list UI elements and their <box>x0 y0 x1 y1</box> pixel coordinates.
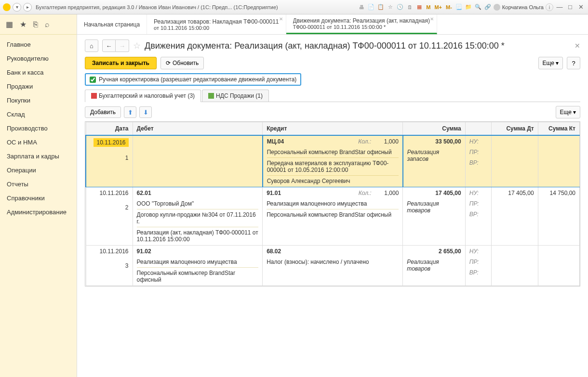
refresh-button[interactable]: ⟳Обновить <box>160 57 204 69</box>
sidebar-item[interactable]: Справочники <box>0 191 77 205</box>
col-sumkt[interactable]: Сумма Кт <box>538 122 579 136</box>
m-minus-button[interactable]: M- <box>445 4 453 10</box>
sidebar: ▦ ★ ⎘ ⌕ ГлавноеРуководителюБанк и кассаП… <box>0 14 77 377</box>
close-window-icon[interactable]: ✕ <box>576 3 585 11</box>
page-title: Движения документа: Реализация (акт, нак… <box>145 41 571 51</box>
search-nav-icon[interactable]: ⌕ <box>45 20 50 29</box>
col-date[interactable]: Дата <box>86 122 133 136</box>
register-tab[interactable]: Бухгалтерский и налоговый учет (3) <box>85 90 201 102</box>
vat-icon <box>208 93 214 99</box>
home-button[interactable]: ⌂ <box>85 39 98 52</box>
m-button[interactable]: M <box>425 4 431 10</box>
search-tb-icon[interactable]: 🔍 <box>474 3 482 11</box>
page-header: ⌂ ← → ☆ Движения документа: Реализация (… <box>85 39 580 52</box>
document-tab[interactable]: Начальная страница <box>77 14 147 34</box>
document-tabs: Начальная страницаРеализация товаров: На… <box>77 14 588 35</box>
move-up-button[interactable]: ⬆ <box>124 106 136 118</box>
manual-edit-checkbox[interactable]: Ручная корректировка (разрешает редактир… <box>85 73 301 86</box>
print-icon[interactable]: 🖶 <box>358 3 365 11</box>
sidebar-tools: ▦ ★ ⎘ ⌕ <box>0 14 77 35</box>
close-tab-icon[interactable]: ✕ <box>279 16 283 22</box>
titlebar: ▾ ▸ Бухгалтерия предприятия, редакция 3.… <box>0 0 588 14</box>
close-tab-icon[interactable]: ✕ <box>430 16 434 22</box>
sidebar-item[interactable]: Покупки <box>0 93 77 107</box>
nav-back-icon[interactable]: ▾ <box>13 3 21 12</box>
move-down-button[interactable]: ⬇ <box>139 106 152 118</box>
nav-forward-icon[interactable]: ▸ <box>23 3 32 12</box>
sidebar-item[interactable]: ОС и НМА <box>0 135 77 149</box>
table-more-button[interactable]: Еще▾ <box>556 106 580 118</box>
document-tab[interactable]: Движения документа: Реализация (акт, нак… <box>286 14 437 34</box>
favorite-icon[interactable]: ☆ <box>387 3 394 11</box>
clipboard-icon[interactable]: 📋 <box>377 3 385 11</box>
refresh-icon: ⟳ <box>166 60 171 66</box>
close-page-icon[interactable]: ✕ <box>575 42 580 50</box>
add-button[interactable]: Добавить <box>85 106 121 118</box>
window-title: Бухгалтерия предприятия, редакция 3.0 / … <box>36 4 278 10</box>
folder-icon[interactable]: 📁 <box>465 3 472 11</box>
more-button[interactable]: Еще▾ <box>538 57 563 69</box>
table-row[interactable]: 10.11.20161МЦ.04Кол.: 1,000Персональный … <box>86 135 580 187</box>
col-debit[interactable]: Дебет <box>133 122 263 136</box>
new-doc-icon[interactable]: 📃 <box>455 3 463 11</box>
table-toolbar: Добавить ⬆ ⬇ Еще▾ <box>85 106 580 118</box>
sidebar-item[interactable]: Производство <box>0 121 77 135</box>
user-icon <box>494 4 500 11</box>
register-tab[interactable]: НДС Продажи (1) <box>202 90 269 102</box>
accounting-icon <box>91 93 97 99</box>
help-button[interactable]: ? <box>567 57 580 69</box>
register-tabs: Бухгалтерский и налоговый учет (3)НДС Пр… <box>85 90 580 102</box>
star-nav-icon[interactable]: ★ <box>20 20 27 29</box>
sidebar-item[interactable]: Главное <box>0 38 77 52</box>
calendar-icon[interactable]: ▦ <box>415 3 423 11</box>
forward-button[interactable]: → <box>116 39 129 52</box>
sidebar-item[interactable]: Отчеты <box>0 177 77 191</box>
sidebar-item[interactable]: Администрирование <box>0 205 77 219</box>
manual-edit-input[interactable] <box>90 77 96 83</box>
m-plus-button[interactable]: M+ <box>433 4 443 10</box>
toolbar: Записать и закрыть ⟳Обновить Еще▾ ? <box>85 57 580 69</box>
back-button[interactable]: ← <box>102 39 116 52</box>
col-sumdt[interactable]: Сумма Дт <box>491 122 538 136</box>
postings-table: Дата Дебет Кредит Сумма Сумма Дт Сумма К… <box>85 121 580 286</box>
calc-icon[interactable]: 🗓 <box>406 3 414 11</box>
history-icon[interactable]: 🕓 <box>396 3 404 11</box>
save-close-button[interactable]: Записать и закрыть <box>85 57 157 69</box>
sidebar-item[interactable]: Операции <box>0 163 77 177</box>
col-credit[interactable]: Кредит <box>263 122 403 136</box>
sidebar-item[interactable]: Зарплата и кадры <box>0 149 77 163</box>
minimize-icon[interactable]: — <box>555 3 564 11</box>
sidebar-item[interactable]: Склад <box>0 107 77 121</box>
sidebar-item[interactable]: Банк и касса <box>0 65 77 79</box>
favorite-toggle-icon[interactable]: ☆ <box>133 40 141 51</box>
app-icon <box>3 3 11 11</box>
document-tab[interactable]: Реализация товаров: Накладная ТФ00-00001… <box>147 14 286 34</box>
link-icon[interactable]: 🔗 <box>484 3 492 11</box>
chevron-down-icon: ▾ <box>573 109 576 116</box>
doc-icon[interactable]: 📄 <box>367 3 375 11</box>
apps-icon[interactable]: ▦ <box>6 20 13 29</box>
sidebar-item[interactable]: Руководителю <box>0 52 77 65</box>
info-icon[interactable]: i <box>546 3 553 11</box>
clipboard-nav-icon[interactable]: ⎘ <box>33 20 38 29</box>
col-tag[interactable] <box>465 122 491 136</box>
col-sum[interactable]: Сумма <box>403 122 465 136</box>
table-row[interactable]: 10.11.2016262.01ООО "Торговый Дом"Догово… <box>86 187 580 246</box>
sidebar-item[interactable]: Продажи <box>0 79 77 93</box>
table-row[interactable]: 10.11.2016391.02Реализация малоценного и… <box>86 246 580 286</box>
chevron-down-icon: ▾ <box>556 60 559 66</box>
maximize-icon[interactable]: □ <box>566 3 575 11</box>
user-indicator[interactable]: Корчагина Ольга <box>494 4 544 11</box>
